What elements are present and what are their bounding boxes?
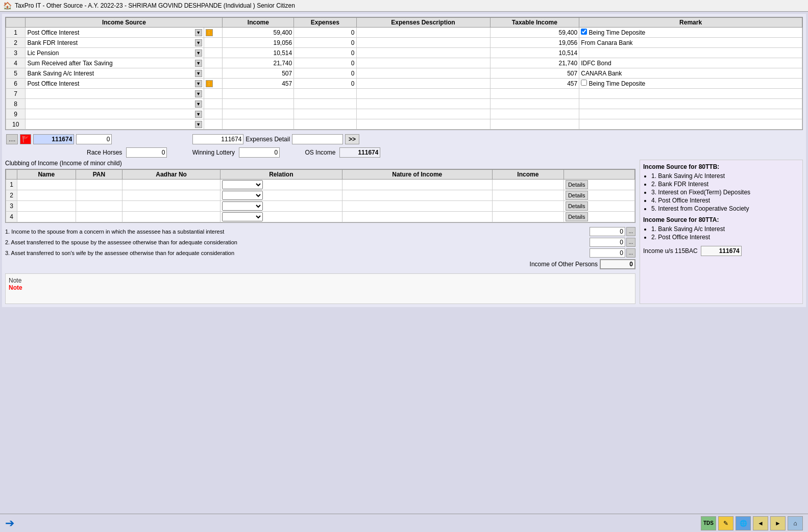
club-details-cell-1: Details bbox=[564, 180, 634, 190]
row-num-8: 8 bbox=[6, 99, 26, 109]
main-container: Income Source Income Expenses Expenses D… bbox=[2, 14, 806, 307]
dropdown-9[interactable]: ▼ bbox=[195, 111, 202, 118]
source-text-4: Sum Received after Tax Saving bbox=[27, 60, 112, 67]
dropdown-3[interactable]: ▼ bbox=[195, 49, 202, 57]
income-val-5: 507 bbox=[223, 68, 294, 79]
field3-dots[interactable]: ... bbox=[626, 248, 635, 258]
expenses-val-2: 0 bbox=[294, 38, 356, 48]
expdesc-val-5 bbox=[356, 68, 490, 79]
dots-cell-2 bbox=[204, 38, 223, 48]
item-80tta-1: 1. Bank Saving A/c Interest bbox=[651, 225, 799, 233]
taxable-val-1: 59,400 bbox=[490, 28, 579, 38]
remark-val-10 bbox=[579, 119, 802, 130]
row-num-2: 2 bbox=[6, 38, 26, 48]
club-income-4 bbox=[492, 212, 564, 222]
club-aadhar-2 bbox=[123, 190, 220, 201]
income-field-2: 2. Asset transferred to the spouse by th… bbox=[5, 238, 635, 247]
income-115bac-input[interactable] bbox=[701, 246, 742, 256]
item-80ttb-2: 2. Bank FDR Interest bbox=[651, 181, 799, 188]
dropdown-2[interactable]: ▼ bbox=[195, 39, 202, 46]
field2-label: 2. Asset transferred to the spouse by th… bbox=[5, 239, 590, 245]
checkbox-1[interactable] bbox=[581, 29, 587, 35]
dropdown-7[interactable]: ▼ bbox=[195, 90, 202, 97]
club-aadhar-4 bbox=[123, 212, 220, 222]
club-details-btn-2[interactable]: Details bbox=[566, 191, 588, 200]
dots-button[interactable]: .... bbox=[6, 134, 18, 144]
winning-lottery-label: Winning Lottery bbox=[192, 149, 235, 156]
totals-row: .... 🚩 Expenses Detail >> bbox=[5, 133, 803, 145]
club-details-btn-3[interactable]: Details bbox=[566, 201, 588, 211]
source-text-1: Post Office Interest bbox=[27, 29, 79, 36]
income-row-8: 8▼ bbox=[6, 99, 802, 109]
home-button[interactable]: ⌂ bbox=[788, 516, 803, 530]
field3-input[interactable] bbox=[590, 248, 625, 258]
club-relation-4 bbox=[220, 212, 342, 222]
income-field-1: 1. Income to the spouse from a concern i… bbox=[5, 227, 635, 236]
club-details-btn-4[interactable]: Details bbox=[566, 212, 588, 221]
nav-arrow-left[interactable]: ➔ bbox=[5, 517, 14, 530]
club-relation-select-3[interactable] bbox=[222, 201, 263, 211]
source-text-6: Post Office Interest bbox=[27, 80, 79, 87]
club-name-1 bbox=[17, 180, 76, 190]
dots-btn-6[interactable]: ⋮ bbox=[206, 80, 213, 87]
total-expenses-input[interactable] bbox=[76, 134, 112, 144]
edit-button[interactable]: ✎ bbox=[718, 516, 733, 530]
expenses-detail-input[interactable] bbox=[292, 134, 343, 144]
arrow-button[interactable]: >> bbox=[345, 134, 359, 144]
source-cell-1: Post Office Interest▼ bbox=[26, 28, 204, 38]
dropdown-8[interactable]: ▼ bbox=[195, 100, 202, 108]
field1-dots[interactable]: ... bbox=[626, 227, 635, 236]
item-80ttb-1: 1. Bank Saving A/c Interest bbox=[651, 172, 799, 180]
next-icon: ► bbox=[775, 520, 781, 527]
income-115bac-label: Income u/s 115BAC bbox=[643, 247, 698, 255]
club-relation-select-4[interactable] bbox=[222, 212, 263, 221]
club-name-4 bbox=[17, 212, 76, 222]
home-icon: ⌂ bbox=[793, 520, 797, 527]
income-val-6: 457 bbox=[223, 79, 294, 89]
col-source-header: Income Source bbox=[26, 18, 223, 28]
club-relation-header: Relation bbox=[220, 170, 342, 180]
os-income-input[interactable] bbox=[339, 147, 380, 158]
income-row-6: 6Post Office Interest▼⋮4570457 Being Tim… bbox=[6, 79, 802, 89]
dropdown-5[interactable]: ▼ bbox=[195, 70, 202, 77]
flag-icon[interactable]: 🚩 bbox=[20, 134, 31, 144]
club-relation-select-2[interactable] bbox=[222, 191, 263, 200]
total-income-input[interactable] bbox=[33, 134, 74, 144]
club-pan-4 bbox=[76, 212, 123, 222]
winning-lottery-input[interactable] bbox=[239, 147, 280, 158]
clubbing-row-2: 2Details bbox=[6, 190, 635, 201]
income-src-80ttb-title: Income Source for 80TTB: bbox=[643, 163, 799, 170]
next-button[interactable]: ► bbox=[770, 516, 786, 530]
club-relation-select-1[interactable] bbox=[222, 180, 263, 189]
back-button[interactable]: ◄ bbox=[753, 516, 768, 530]
clubbing-row-3: 3Details bbox=[6, 201, 635, 212]
remark-val-8 bbox=[579, 99, 802, 109]
row-num-3: 3 bbox=[6, 48, 26, 58]
expenses-detail-label: Expenses Detail bbox=[246, 136, 290, 143]
checkbox-6[interactable] bbox=[581, 80, 587, 86]
field2-dots[interactable]: ... bbox=[626, 238, 635, 247]
dropdown-4[interactable]: ▼ bbox=[195, 60, 202, 67]
tds-button[interactable]: TDS bbox=[701, 516, 716, 530]
right-panel: Income Source for 80TTB: 1. Bank Saving … bbox=[640, 160, 803, 304]
field1-input[interactable] bbox=[590, 227, 625, 236]
income-val-2: 19,056 bbox=[223, 38, 294, 48]
globe-button[interactable]: 🌐 bbox=[736, 516, 751, 530]
dots-btn-1[interactable]: ⋮ bbox=[206, 29, 213, 36]
income-row-10: 10▼ bbox=[6, 119, 802, 130]
dropdown-1[interactable]: ▼ bbox=[195, 29, 202, 36]
field2-input[interactable] bbox=[590, 238, 625, 247]
taxable-total-input[interactable] bbox=[192, 134, 243, 144]
race-horses-input[interactable] bbox=[126, 147, 167, 158]
field3-label: 3. Asset transferred to son's wife by th… bbox=[5, 250, 590, 256]
expdesc-val-10 bbox=[356, 119, 490, 130]
other-persons-input[interactable] bbox=[600, 259, 635, 269]
club-details-btn-1[interactable]: Details bbox=[566, 180, 588, 189]
income-fields: 1. Income to the spouse from a concern i… bbox=[5, 227, 635, 269]
dropdown-6[interactable]: ▼ bbox=[195, 80, 202, 87]
dropdown-10[interactable]: ▼ bbox=[195, 121, 202, 128]
club-nature-2 bbox=[342, 190, 492, 201]
expenses-val-10 bbox=[294, 119, 356, 130]
taxable-val-6: 457 bbox=[490, 79, 579, 89]
income-row-7: 7▼ bbox=[6, 89, 802, 99]
